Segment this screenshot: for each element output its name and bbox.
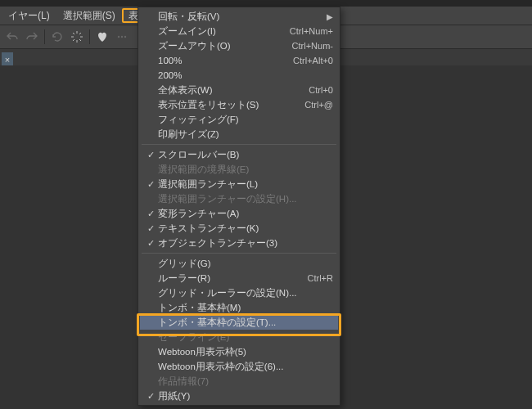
menu-item-label: Webtoon用表示枠(5): [158, 346, 333, 358]
menu-selection[interactable]: 選択範囲(S): [56, 8, 122, 23]
svg-point-8: [118, 36, 119, 38]
menu-item-label: 選択範囲の境界線(E): [158, 164, 333, 176]
menu-shortcut: Ctrl+Alt+0: [293, 56, 333, 65]
menu-item-label: 選択範囲ランチャー(L): [158, 178, 333, 191]
menu-item[interactable]: グリッド(G): [138, 256, 340, 271]
checkmark-icon: ✓: [143, 238, 158, 249]
menu-item[interactable]: トンボ・基本枠(M): [138, 300, 340, 315]
menu-item-label: 用紙(Y): [158, 390, 333, 402]
svg-line-5: [79, 39, 81, 41]
menu-item[interactable]: 全体表示(W)Ctrl+0: [138, 83, 340, 97]
menu-layer[interactable]: イヤー(L): [2, 8, 56, 23]
menu-item[interactable]: フィッティング(F): [138, 112, 340, 127]
menu-item[interactable]: ルーラー(R)Ctrl+R: [138, 271, 340, 285]
menu-item: 選択範囲の境界線(E): [138, 162, 340, 177]
menu-item-label: Webtoon用表示枠の設定(6)...: [158, 361, 333, 373]
menu-item[interactable]: 印刷サイズ(Z): [138, 127, 340, 142]
toolbar-separator: [44, 29, 45, 44]
menu-item-label: 回転・反転(V): [158, 11, 320, 23]
menu-item[interactable]: 表示位置をリセット(S)Ctrl+@: [138, 97, 340, 112]
menu-item[interactable]: Webtoon用表示枠(5): [138, 344, 340, 359]
menu-item-label: セーフライン(E): [158, 331, 333, 344]
checkmark-icon: ✓: [143, 150, 158, 160]
checkmark-icon: ✓: [143, 391, 158, 402]
menu-item[interactable]: ズームアウト(O)Ctrl+Num-: [138, 38, 340, 53]
menu-item-label: トンボ・基本枠(M): [158, 302, 333, 314]
undo-button[interactable]: [3, 28, 21, 46]
toolbar-separator: [89, 29, 90, 44]
menu-item[interactable]: ✓オブジェクトランチャー(3): [138, 236, 340, 250]
svg-point-10: [124, 36, 126, 38]
checkmark-icon: ✓: [143, 179, 158, 190]
menu-item-label: 表示位置をリセット(S): [158, 99, 295, 111]
menu-item-label: 100%: [158, 56, 283, 65]
menu-item[interactable]: 200%: [138, 68, 340, 83]
menu-item[interactable]: ✓スクロールバー(B): [138, 147, 340, 162]
view-menu-dropdown: 回転・反転(V)▶ズームイン(I)Ctrl+Num+ズームアウト(O)Ctrl+…: [138, 7, 340, 406]
menu-item[interactable]: トンボ・基本枠の設定(T)...: [140, 315, 338, 330]
svg-line-4: [73, 33, 74, 34]
menu-shortcut: Ctrl+0: [309, 85, 333, 95]
svg-point-9: [121, 36, 123, 38]
menu-item[interactable]: ✓用紙(Y): [138, 389, 340, 403]
menu-item[interactable]: グリッド・ルーラーの設定(N)...: [138, 285, 340, 300]
heart-button[interactable]: [93, 28, 111, 46]
menu-item-label: 変形ランチャー(A): [158, 208, 333, 220]
menu-item-label: フィッティング(F): [158, 114, 333, 126]
menu-shortcut: Ctrl+Num+: [290, 26, 333, 36]
menu-item-label: グリッド・ルーラーの設定(N)...: [158, 287, 333, 299]
menu-item[interactable]: 100%Ctrl+Alt+0: [138, 53, 340, 68]
svg-line-7: [73, 39, 74, 41]
menu-item: 作品情報(7): [138, 374, 340, 389]
menu-item-label: テキストランチャー(K): [158, 222, 333, 235]
menu-item[interactable]: 回転・反転(V)▶: [138, 9, 340, 24]
checkmark-icon: ✓: [143, 209, 158, 219]
svg-line-6: [79, 33, 81, 34]
menu-item[interactable]: ズームイン(I)Ctrl+Num+: [138, 24, 340, 38]
menu-item-label: 選択範囲ランチャーの設定(H)...: [158, 193, 333, 205]
menu-item-label: 作品情報(7): [158, 375, 333, 388]
refresh-button[interactable]: [48, 28, 66, 46]
menu-item[interactable]: ✓テキストランチャー(K): [138, 221, 340, 236]
menu-item-label: オブジェクトランチャー(3): [158, 237, 333, 249]
menu-shortcut: Ctrl+R: [308, 273, 333, 283]
menu-item[interactable]: ✓変形ランチャー(A): [138, 206, 340, 221]
menu-item[interactable]: ✓選択範囲ランチャー(L): [138, 177, 340, 191]
menu-item-label: グリッド(G): [158, 258, 333, 270]
menu-shortcut: Ctrl+Num-: [292, 41, 333, 51]
more-button[interactable]: [113, 28, 131, 46]
menu-item[interactable]: Webtoon用表示枠の設定(6)...: [138, 359, 340, 374]
redo-button[interactable]: [23, 28, 41, 46]
loading-icon: [68, 28, 86, 46]
menu-item-label: 印刷サイズ(Z): [158, 128, 333, 141]
menu-shortcut: Ctrl+@: [304, 100, 333, 110]
menu-item-label: スクロールバー(B): [158, 149, 333, 161]
checkmark-icon: ✓: [143, 223, 158, 234]
menu-item-label: 全体表示(W): [158, 84, 299, 97]
menu-separator: [142, 144, 336, 145]
menu-item: 選択範囲ランチャーの設定(H)...: [138, 191, 340, 206]
submenu-arrow-icon: ▶: [327, 12, 333, 21]
menu-item-label: ズームイン(I): [158, 25, 280, 38]
menu-item-label: ルーラー(R): [158, 272, 298, 285]
menu-item-label: ズームアウト(O): [158, 40, 282, 52]
menu-item: セーフライン(E): [138, 330, 340, 344]
titlebar: [0, 0, 532, 7]
menu-item-label: トンボ・基本枠の設定(T)...: [158, 317, 333, 329]
menu-item-label: 200%: [158, 70, 333, 80]
menu-separator: [142, 253, 336, 254]
